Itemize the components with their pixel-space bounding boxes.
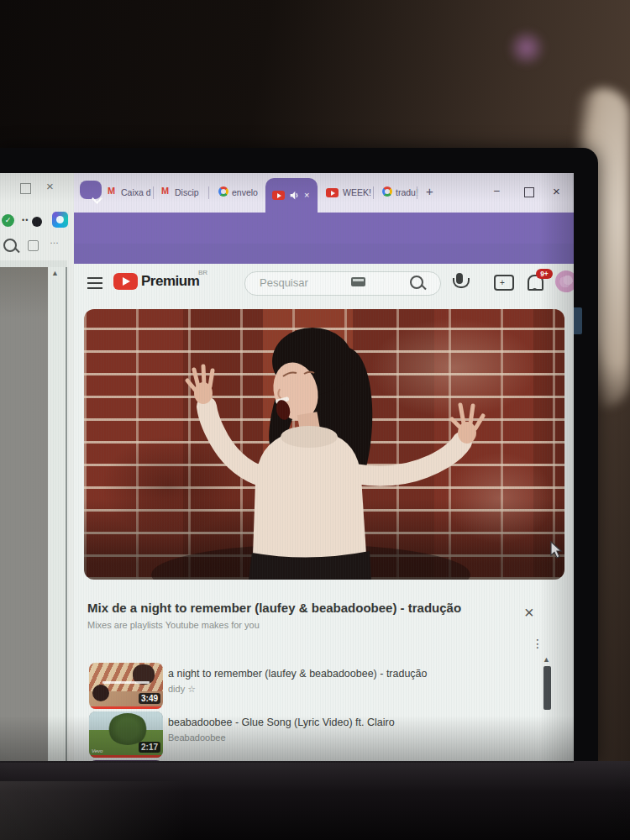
- youtube-profile-avatar[interactable]: [555, 270, 574, 292]
- youtube-logo-icon[interactable]: [113, 273, 138, 290]
- mix-title: Mix de a night to remember (laufey & bea…: [87, 601, 524, 615]
- tab-divider: [208, 186, 209, 199]
- ellipsis-icon: ••: [22, 216, 29, 224]
- youtube-brand[interactable]: Premium: [141, 273, 199, 290]
- mouse-cursor: [549, 541, 564, 559]
- notification-badge: 9+: [536, 269, 553, 279]
- autosave-check-icon: ✓: [2, 214, 14, 227]
- google-icon: [382, 186, 392, 197]
- search-icon[interactable]: [3, 239, 17, 252]
- vevo-watermark: Vevo: [92, 748, 102, 753]
- channel-name[interactable]: Beabadoobee: [168, 732, 226, 743]
- maximize-icon[interactable]: [20, 183, 31, 194]
- tab-divider: [373, 186, 374, 199]
- menu-hamburger-icon[interactable]: [87, 277, 102, 289]
- window-divider: [66, 267, 67, 763]
- scroll-up-arrow[interactable]: ▲: [543, 655, 550, 664]
- tab-envelo[interactable]: envelo: [232, 187, 258, 197]
- tab-youtube-active[interactable]: ×: [265, 178, 318, 213]
- playlist-item[interactable]: Vevo 2:17 beabadoobee - Glue Song (Lyric…: [89, 711, 559, 758]
- audio-playing-icon[interactable]: [289, 190, 300, 201]
- tab-tradu[interactable]: tradu!: [396, 187, 418, 197]
- duration-badge: 2:17: [139, 742, 160, 753]
- thumbnail-tree: [108, 713, 148, 745]
- dark-sphere-icon[interactable]: [32, 217, 42, 227]
- watch-progress-bar: [89, 706, 163, 709]
- tab-caixa[interactable]: Caixa d: [121, 187, 151, 197]
- mic-icon-arc: [453, 278, 470, 288]
- window-minimize-button[interactable]: –: [494, 185, 500, 197]
- laptop-body-sheen: [0, 781, 185, 840]
- google-icon: [218, 186, 228, 197]
- video-frame-woman: [84, 309, 564, 580]
- laptop-screen: × ✓ •• … ▲ M Caixa d M Discip envelo: [0, 173, 574, 763]
- document-ruler: [0, 260, 67, 267]
- video-thumbnail[interactable]: Vevo 2:17: [89, 711, 163, 758]
- chevron-down-icon: [92, 193, 102, 204]
- more-options-icon[interactable]: …: [50, 235, 60, 245]
- copilot-icon-center: [56, 216, 64, 223]
- tab-week[interactable]: WEEK!: [343, 187, 371, 197]
- keyboard-icon[interactable]: [351, 277, 365, 286]
- chrome-window: M Caixa d M Discip envelo × WEEK! tradu!…: [74, 173, 574, 763]
- save-icon[interactable]: [28, 240, 39, 251]
- purple-reflection: [507, 29, 547, 66]
- thumbnail-person: [92, 685, 109, 701]
- browser-toolbar: ← → ↻ youtube.com/watch?v=Pj6ntDEEfeE&li…: [74, 213, 574, 244]
- channel-name[interactable]: didy ☆: [168, 684, 196, 695]
- close-icon[interactable]: ×: [46, 179, 54, 193]
- mix-subtitle: Mixes are playlists Youtube makes for yo…: [87, 620, 260, 630]
- video-thumbnail[interactable]: 3:49: [89, 663, 163, 709]
- tab-discip[interactable]: Discip: [175, 187, 199, 197]
- scrollbar-thumb[interactable]: [543, 666, 551, 710]
- background-window: × ✓ •• … ▲: [0, 173, 74, 763]
- video-title[interactable]: beabadoobee - Glue Song (Lyric Video) ft…: [168, 717, 395, 728]
- tab-close-icon[interactable]: ×: [304, 190, 309, 200]
- tab-divider: [417, 186, 417, 199]
- youtube-favicon: [272, 191, 285, 200]
- window-close-button[interactable]: ×: [553, 184, 560, 198]
- new-tab-button[interactable]: +: [426, 184, 433, 198]
- bookmarks-bar: M Histórico N Netflix Tsukiyomi Ikuto - …: [74, 244, 574, 264]
- tab-search-button[interactable]: [80, 181, 102, 199]
- window-maximize-button[interactable]: [524, 187, 534, 197]
- scroll-up-arrow[interactable]: ▲: [51, 269, 59, 277]
- tab-strip: M Caixa d M Discip envelo × WEEK! tradu!…: [74, 173, 574, 213]
- scrollbar-track[interactable]: [48, 267, 66, 763]
- tab-divider: [153, 186, 154, 199]
- search-icon[interactable]: [410, 276, 423, 289]
- gmail-icon: M: [161, 186, 169, 196]
- search-input[interactable]: [258, 276, 345, 290]
- mix-menu-icon[interactable]: ⋮: [532, 637, 543, 650]
- playlist-item[interactable]: 3:49 a night to remember (laufey & beaba…: [89, 663, 559, 709]
- youtube-favicon: [326, 188, 339, 197]
- youtube-page: Premium BR + 9+: [74, 264, 574, 763]
- gmail-icon: M: [108, 186, 115, 196]
- document-page-edge: [0, 267, 48, 763]
- create-video-icon[interactable]: +: [494, 275, 514, 291]
- duration-badge: 3:49: [139, 693, 160, 704]
- thumbnail-caption-line: [102, 681, 150, 684]
- video-title[interactable]: a night to remember (laufey & beabadoobe…: [168, 668, 428, 680]
- mix-close-icon[interactable]: ×: [524, 603, 534, 622]
- youtube-region: BR: [198, 269, 207, 276]
- video-player[interactable]: [84, 309, 564, 580]
